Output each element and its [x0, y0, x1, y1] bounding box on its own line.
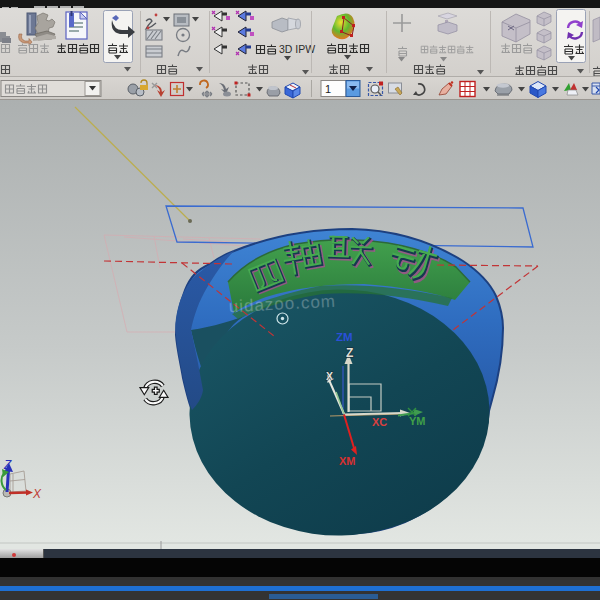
svg-text:XC: XC: [372, 416, 387, 428]
svg-text:X: X: [32, 487, 42, 501]
svg-text:Z: Z: [346, 346, 353, 360]
svg-text:ZM: ZM: [336, 331, 353, 343]
svg-text:YM: YM: [409, 415, 426, 427]
svg-text:XM: XM: [339, 455, 356, 467]
svg-text:1: 1: [325, 83, 331, 95]
svg-text:3D IPW: 3D IPW: [279, 43, 315, 55]
svg-text:Z: Z: [3, 458, 12, 472]
svg-text:X: X: [326, 370, 333, 382]
